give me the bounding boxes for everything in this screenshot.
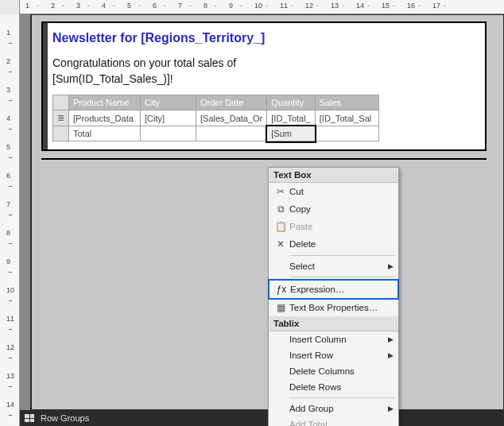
ctx-label: Text Box Properties… xyxy=(289,303,394,312)
ctx-cut[interactable]: ✂ Cut xyxy=(269,183,398,200)
cell[interactable]: [Sales_Data_Or xyxy=(196,110,267,126)
ctx-label: Cut xyxy=(289,187,394,196)
ctx-separator xyxy=(289,397,395,398)
ctx-label: Select xyxy=(289,261,388,271)
ctx-textbox-properties[interactable]: ▦ Text Box Properties… xyxy=(269,299,398,316)
ctx-delete-rows[interactable]: Delete Rows xyxy=(269,379,398,395)
chevron-right-icon: ▶ xyxy=(388,351,394,359)
ctx-label: Delete xyxy=(289,239,394,249)
ctx-insert-column[interactable]: Insert Column ▶ xyxy=(269,331,398,347)
design-surface: Newsletter for [Regions_Territory_] Cong… xyxy=(20,14,504,426)
ctx-separator xyxy=(289,277,395,277)
horizontal-ruler: 1·2·3·4·5·6·7·8·9·10·11·12·13·14·15·16·1… xyxy=(0,0,504,14)
cell[interactable] xyxy=(141,126,196,141)
cell[interactable]: [ID_Total_Sal xyxy=(315,110,378,126)
cell[interactable]: Total xyxy=(69,126,141,141)
tablix[interactable]: Product Name City Order Date Quantity Sa… xyxy=(52,95,475,141)
ctx-label: Insert Column xyxy=(289,335,388,344)
col-header[interactable]: Order Date xyxy=(196,95,267,110)
ctx-paste: 📋 Paste xyxy=(269,218,398,235)
ctx-header-textbox: Text Box xyxy=(269,168,398,183)
col-header[interactable]: City xyxy=(141,95,196,110)
ctx-expression[interactable]: ƒx Expression… xyxy=(268,279,399,300)
ctx-label: Insert Row xyxy=(289,350,388,360)
ctx-label: Expression… xyxy=(290,285,393,294)
chevron-right-icon: ▶ xyxy=(388,262,394,270)
fx-icon: ƒx xyxy=(273,284,290,295)
ctx-copy[interactable]: ⧉ Copy xyxy=(269,200,398,218)
ctx-delete[interactable]: ✕ Delete xyxy=(269,235,398,253)
row-groups-label: Row Groups xyxy=(41,413,89,423)
tablix-header-row[interactable]: Product Name City Order Date Quantity Sa… xyxy=(53,95,379,110)
context-menu: Text Box ✂ Cut ⧉ Copy 📋 Paste ✕ Delete S… xyxy=(268,167,399,426)
ruler-corner xyxy=(0,0,20,14)
cell[interactable]: [ID_Total_ xyxy=(267,110,316,126)
surface-left-strip xyxy=(20,14,31,410)
ctx-select[interactable]: Select ▶ xyxy=(269,258,398,274)
row-handle[interactable]: ≣ xyxy=(53,110,69,126)
ctx-label: Delete Columns xyxy=(289,366,394,376)
cell[interactable] xyxy=(315,126,378,141)
col-header[interactable]: Quantity xyxy=(267,95,316,110)
ctx-insert-row[interactable]: Insert Row ▶ xyxy=(269,347,398,363)
ctx-label: Copy xyxy=(289,204,394,214)
copy-icon: ⧉ xyxy=(272,203,289,215)
row-groups-bar[interactable]: Row Groups xyxy=(20,410,504,426)
cell[interactable]: [Products_Data xyxy=(69,110,141,126)
report-body[interactable]: Newsletter for [Regions_Territory_] Cong… xyxy=(41,21,487,151)
chevron-right-icon: ▶ xyxy=(388,335,394,343)
report-subtitle-1[interactable]: Congratulations on your total sales of xyxy=(52,56,475,69)
cell[interactable] xyxy=(196,126,267,141)
vertical-ruler: 1234567891011121314 xyxy=(0,14,20,426)
ctx-add-total: Add Total xyxy=(269,416,398,426)
ctx-label: Add Group xyxy=(289,404,388,413)
row-handle[interactable] xyxy=(53,95,69,110)
col-header[interactable]: Sales xyxy=(315,95,378,110)
ctx-header-tablix: Tablix xyxy=(269,316,398,331)
row-handle[interactable] xyxy=(53,126,69,141)
ctx-add-group[interactable]: Add Group ▶ xyxy=(269,401,398,416)
report-title[interactable]: Newsletter for [Regions_Territory_] xyxy=(52,31,475,45)
paste-icon: 📋 xyxy=(272,221,289,232)
col-header[interactable]: Product Name xyxy=(69,95,141,110)
cell[interactable]: [City] xyxy=(141,110,196,126)
tablix-detail-row[interactable]: ≣ [Products_Data [City] [Sales_Data_Or [… xyxy=(53,110,379,126)
selected-cell[interactable]: [Sum xyxy=(267,126,316,141)
row-groups-icon xyxy=(25,414,34,422)
ctx-label: Paste xyxy=(289,222,394,231)
ctx-delete-columns[interactable]: Delete Columns xyxy=(269,363,398,379)
report-subtitle-2[interactable]: [Sum(ID_Total_Sales_)]! xyxy=(52,72,475,85)
ctx-separator xyxy=(289,255,395,256)
cut-icon: ✂ xyxy=(272,186,289,197)
tablix-footer-row[interactable]: Total [Sum xyxy=(53,126,379,141)
ctx-label: Add Total xyxy=(289,420,394,426)
chevron-right-icon: ▶ xyxy=(388,405,394,412)
ctx-label: Delete Rows xyxy=(289,382,394,392)
properties-icon: ▦ xyxy=(272,302,289,313)
delete-icon: ✕ xyxy=(272,238,289,250)
